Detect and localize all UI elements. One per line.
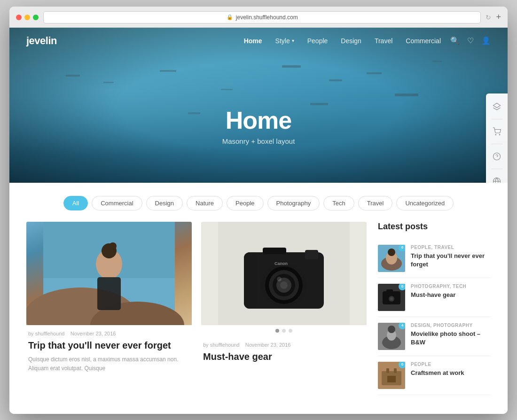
post-author-line-1: by shufflehound November 23, 2016 bbox=[28, 331, 190, 336]
latest-post-cats-3: DESIGN, PHOTOGRAPHY bbox=[411, 323, 491, 328]
maximize-dot[interactable] bbox=[33, 15, 39, 20]
post-meta-2: by shufflehound November 23, 2016 Must-h… bbox=[201, 336, 367, 369]
lock-icon: 🔒 bbox=[227, 14, 233, 20]
latest-post-cats-1: PEOPLE, TRAVEL bbox=[411, 245, 491, 250]
post-image-2[interactable]: Canon bbox=[201, 222, 367, 325]
browser-chrome: 🔒 jevelin.shufflehound.com ↻ + bbox=[9, 7, 508, 28]
svg-point-2 bbox=[499, 134, 500, 135]
post-image-1[interactable] bbox=[26, 222, 192, 325]
thumb-badge-1: 0 bbox=[399, 245, 405, 251]
post-author-2[interactable]: shufflehound bbox=[210, 342, 240, 348]
nav-style[interactable]: Style bbox=[275, 37, 294, 45]
post-date-2: November 23, 2016 bbox=[245, 342, 291, 348]
post-card-2: Canon by shufflehound bbox=[201, 222, 367, 395]
filter-nature[interactable]: Nature bbox=[187, 196, 223, 210]
url-text: jevelin.shufflehound.com bbox=[236, 14, 298, 21]
svg-marker-0 bbox=[494, 103, 501, 108]
divider-3 bbox=[491, 169, 502, 169]
globe-icon[interactable] bbox=[487, 172, 506, 183]
post-by-label-1: by bbox=[28, 331, 35, 336]
layers-icon[interactable] bbox=[487, 97, 506, 116]
nav-design[interactable]: Design bbox=[341, 37, 361, 45]
sidebar: Latest posts 0 bbox=[378, 222, 491, 395]
side-panel bbox=[486, 93, 508, 183]
reload-icon[interactable]: ↻ bbox=[486, 14, 491, 21]
minimize-dot[interactable] bbox=[24, 15, 30, 20]
latest-post-item-1: 0 PEOPLE, TRAVEL Trip that you'll never … bbox=[378, 239, 491, 278]
filter-tech[interactable]: Tech bbox=[323, 196, 354, 210]
svg-point-36 bbox=[390, 297, 393, 300]
hero-content: Home Masonry + boxel layout bbox=[9, 106, 508, 145]
nav-commercial[interactable]: Commercial bbox=[406, 37, 441, 45]
nav-home[interactable]: Home bbox=[244, 37, 262, 45]
wishlist-icon[interactable]: ♡ bbox=[467, 36, 474, 45]
filter-bar: All Commercial Design Nature People Phot… bbox=[9, 183, 508, 222]
post-author-line-2: by shufflehound November 23, 2016 bbox=[203, 342, 365, 348]
svg-rect-37 bbox=[386, 289, 393, 292]
hero-section: jevelin Home Style People Design Travel … bbox=[9, 28, 508, 183]
dot-1[interactable] bbox=[275, 329, 279, 333]
filter-people[interactable]: People bbox=[227, 196, 263, 210]
svg-point-31 bbox=[388, 249, 395, 256]
svg-point-1 bbox=[495, 134, 496, 135]
address-bar[interactable]: 🔒 jevelin.shufflehound.com bbox=[43, 11, 481, 23]
latest-post-cats-4: PEOPLE bbox=[411, 362, 491, 367]
latest-post-title-2[interactable]: Must-have gear bbox=[411, 291, 491, 299]
latest-post-item-3: 4 DESIGN, PHOTOGRAPHY Movielike photo sh… bbox=[378, 317, 491, 356]
content-area: by shufflehound November 23, 2016 Trip t… bbox=[9, 222, 508, 414]
latest-post-item-4: 0 PEOPLE Craftsmen at work bbox=[378, 356, 491, 395]
svg-rect-44 bbox=[386, 368, 389, 373]
filter-travel[interactable]: Travel bbox=[358, 196, 393, 210]
post-author-1[interactable]: shufflehound bbox=[35, 331, 65, 336]
new-tab-button[interactable]: + bbox=[496, 12, 501, 22]
latest-post-thumb-3[interactable]: 4 bbox=[378, 323, 405, 350]
post-card-1: by shufflehound November 23, 2016 Trip t… bbox=[26, 222, 192, 395]
svg-point-41 bbox=[388, 326, 395, 333]
help-icon[interactable] bbox=[487, 147, 506, 166]
svg-rect-25 bbox=[305, 250, 318, 259]
svg-point-14 bbox=[109, 242, 117, 250]
user-icon[interactable]: 👤 bbox=[481, 36, 491, 45]
site-logo[interactable]: jevelin bbox=[26, 35, 57, 47]
nav-people[interactable]: People bbox=[307, 37, 328, 45]
latest-post-thumb-4[interactable]: 0 bbox=[378, 362, 405, 389]
svg-rect-24 bbox=[263, 248, 286, 254]
search-icon[interactable]: 🔍 bbox=[450, 36, 460, 45]
close-dot[interactable] bbox=[16, 15, 22, 20]
post-title-2[interactable]: Must-have gear bbox=[203, 350, 365, 363]
post-title-1[interactable]: Trip that you'll never ever forget bbox=[28, 339, 190, 351]
carousel-dots bbox=[201, 325, 367, 336]
latest-post-title-1[interactable]: Trip that you'll never ever forget bbox=[411, 252, 491, 269]
hero-title: Home bbox=[9, 106, 508, 134]
filter-design[interactable]: Design bbox=[146, 196, 183, 210]
cart-icon[interactable] bbox=[487, 122, 506, 141]
filter-all[interactable]: All bbox=[63, 196, 88, 210]
posts-grid: by shufflehound November 23, 2016 Trip t… bbox=[26, 222, 367, 395]
latest-post-info-2: PHOTOGRAPHY, TECH Must-have gear bbox=[411, 284, 491, 299]
filter-uncategorized[interactable]: Uncategorized bbox=[396, 196, 454, 210]
filter-photography[interactable]: Photography bbox=[267, 196, 320, 210]
latest-post-title-4[interactable]: Craftsmen at work bbox=[411, 369, 491, 377]
latest-post-thumb-2[interactable]: 0 bbox=[378, 284, 405, 311]
svg-text:Canon: Canon bbox=[274, 261, 288, 266]
dot-3[interactable] bbox=[289, 329, 292, 333]
svg-rect-46 bbox=[387, 376, 396, 382]
latest-post-thumb-1[interactable]: 0 bbox=[378, 245, 405, 272]
navbar: jevelin Home Style People Design Travel … bbox=[9, 28, 508, 54]
svg-point-23 bbox=[277, 277, 282, 281]
thumb-badge-4: 0 bbox=[399, 362, 405, 368]
sidebar-title: Latest posts bbox=[378, 222, 491, 232]
svg-rect-27 bbox=[244, 252, 257, 309]
svg-point-22 bbox=[280, 281, 288, 289]
latest-post-info-1: PEOPLE, TRAVEL Trip that you'll never ev… bbox=[411, 245, 491, 269]
dot-2[interactable] bbox=[282, 329, 286, 333]
svg-rect-12 bbox=[97, 277, 121, 310]
hero-subtitle: Masonry + boxel layout bbox=[9, 137, 508, 145]
thumb-badge-3: 4 bbox=[399, 323, 405, 329]
nav-links: Home Style People Design Travel Commerci… bbox=[244, 37, 441, 45]
post-excerpt-1: Quisque dictum eros nisl, a maximus mass… bbox=[28, 355, 190, 373]
nav-travel[interactable]: Travel bbox=[375, 37, 392, 45]
filter-commercial[interactable]: Commercial bbox=[92, 196, 142, 210]
latest-post-title-3[interactable]: Movielike photo shoot – B&W bbox=[411, 330, 491, 347]
nav-icon-group: 🔍 ♡ 👤 bbox=[450, 36, 491, 45]
